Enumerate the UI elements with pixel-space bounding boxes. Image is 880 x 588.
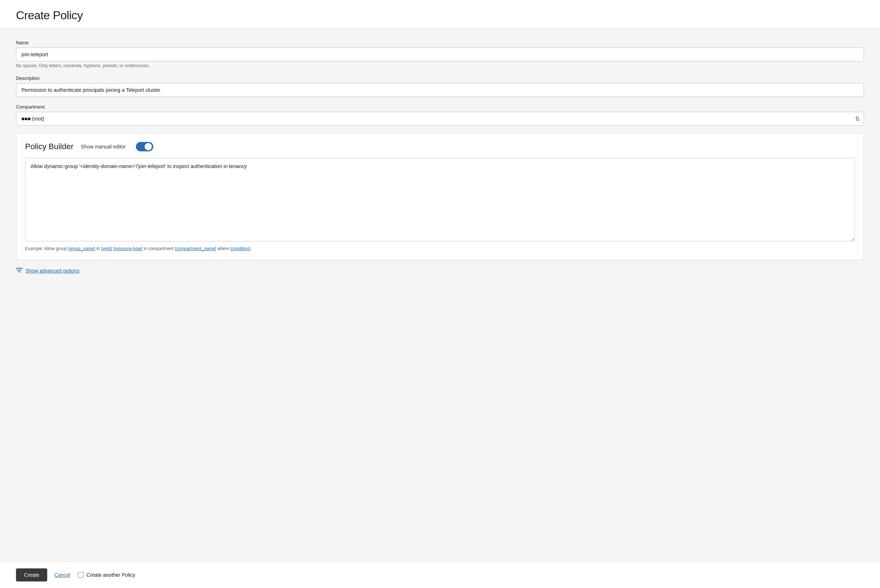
- compartment-select-wrapper: ■■■ (root) ⇅: [16, 112, 864, 126]
- create-another-wrapper: Create another Policy: [78, 572, 135, 578]
- manual-editor-toggle[interactable]: [136, 142, 153, 152]
- example-resource-link[interactable]: [resource-type]: [113, 246, 143, 251]
- compartment-label: Compartment: [16, 104, 864, 110]
- create-button[interactable]: Create: [16, 568, 47, 582]
- create-another-checkbox[interactable]: [78, 572, 84, 578]
- name-label: Name: [16, 40, 864, 45]
- cancel-button[interactable]: Cancel: [54, 572, 71, 578]
- create-another-label: Create another Policy: [86, 572, 135, 578]
- example-text: Example: Allow group [group_name] to [ve…: [25, 246, 855, 251]
- advanced-options-label: Show advanced options: [26, 268, 80, 274]
- example-mid1: to: [95, 246, 101, 251]
- policy-textarea[interactable]: Allow dynamic-group '<identity-domain-na…: [25, 158, 855, 242]
- page-title: Create Policy: [16, 9, 864, 22]
- description-label: Description: [16, 75, 864, 81]
- name-hint: No spaces. Only letters, numerals, hyphe…: [16, 63, 864, 68]
- example-compartment-link[interactable]: [compartment_name]: [175, 246, 216, 251]
- policy-builder-title: Policy Builder: [25, 142, 74, 152]
- example-mid3: in compartment: [143, 246, 175, 251]
- toggle-slider: [136, 142, 153, 152]
- compartment-select[interactable]: ■■■ (root): [16, 112, 864, 126]
- policy-builder-header: Policy Builder Show manual editor: [25, 142, 855, 152]
- name-group: Name No spaces. Only letters, numerals, …: [16, 40, 864, 68]
- example-verb-link[interactable]: [verb]: [101, 246, 112, 251]
- footer-bar: Create Cancel Create another Policy: [0, 561, 880, 588]
- advanced-options-toggle[interactable]: Show advanced options: [16, 267, 864, 274]
- example-mid4: where: [216, 246, 230, 251]
- compartment-group: Compartment ■■■ (root) ⇅: [16, 104, 864, 126]
- description-group: Description: [16, 75, 864, 97]
- toggle-label: Show manual editor: [81, 144, 126, 150]
- name-input[interactable]: [16, 48, 864, 62]
- example-prefix: Example: Allow group: [25, 246, 68, 251]
- advanced-options-icon: [16, 267, 23, 274]
- policy-builder-card: Policy Builder Show manual editor Allow …: [16, 133, 864, 260]
- example-condition-link[interactable]: [condition]: [230, 246, 250, 251]
- example-group-link[interactable]: [group_name]: [68, 246, 95, 251]
- description-input[interactable]: [16, 83, 864, 97]
